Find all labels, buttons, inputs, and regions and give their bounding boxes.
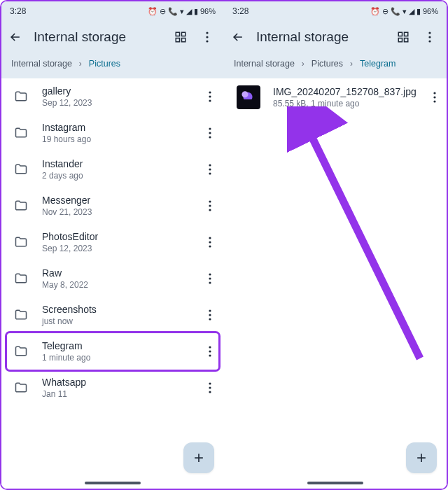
folder-row[interactable]: MessengerNov 21, 2023 xyxy=(1,188,224,224)
svg-point-19 xyxy=(209,237,211,239)
folder-name: Instander xyxy=(42,158,189,169)
signal-icon: ◢ xyxy=(409,7,414,16)
svg-point-24 xyxy=(209,281,211,284)
svg-point-29 xyxy=(209,350,211,352)
folder-name: Screenshots xyxy=(42,304,189,315)
view-grid-icon[interactable] xyxy=(396,30,410,44)
svg-point-17 xyxy=(209,204,211,206)
plus-icon: + xyxy=(416,448,426,468)
svg-point-25 xyxy=(209,309,211,312)
row-text: IMG_20240207_152708_837.jpg85.55 kB, 1 m… xyxy=(273,86,416,108)
folder-list: gallerySep 12, 2023Instagram19 hours ago… xyxy=(1,78,224,489)
folder-row[interactable]: Screenshotsjust now xyxy=(1,297,224,333)
overflow-menu-icon[interactable] xyxy=(423,30,437,44)
breadcrumb: Internal storage › Pictures › Telegram xyxy=(224,53,447,78)
row-more-icon[interactable] xyxy=(202,309,218,321)
folder-icon xyxy=(14,271,29,286)
row-more-icon[interactable] xyxy=(202,164,218,175)
nav-handle[interactable] xyxy=(307,482,363,484)
row-more-icon[interactable] xyxy=(202,237,218,248)
call-icon: 📞 xyxy=(168,7,178,16)
folder-name: Telegram xyxy=(42,340,189,351)
folder-subtitle: Nov 21, 2023 xyxy=(42,207,189,217)
folder-row[interactable]: Telegram1 minute ago xyxy=(7,333,218,370)
folder-subtitle: 1 minute ago xyxy=(42,353,189,363)
svg-point-33 xyxy=(209,391,211,393)
file-subtitle: 85.55 kB, 1 minute ago xyxy=(273,99,416,108)
fab-add-button[interactable]: + xyxy=(406,442,437,473)
battery-icon: ▮ xyxy=(194,7,198,16)
folder-subtitle: Sep 12, 2023 xyxy=(42,244,189,253)
svg-point-7 xyxy=(209,91,211,93)
crumb-current[interactable]: Telegram xyxy=(360,59,396,69)
row-more-icon[interactable] xyxy=(202,346,218,357)
file-row[interactable]: IMG_20240207_152708_837.jpg85.55 kB, 1 m… xyxy=(224,78,447,116)
crumb-pictures[interactable]: Pictures xyxy=(312,59,343,69)
svg-point-22 xyxy=(209,273,211,275)
folder-row[interactable]: Instander2 days ago xyxy=(1,151,224,188)
svg-point-42 xyxy=(434,96,436,98)
status-time: 3:28 xyxy=(10,6,26,16)
row-text: WhatsappJan 11 xyxy=(42,377,189,399)
wifi-icon: ▾ xyxy=(180,7,184,16)
folder-row[interactable]: Instagram19 hours ago xyxy=(1,115,224,151)
crumb-current[interactable]: Pictures xyxy=(89,59,120,69)
status-right: ⏰ ⊖ 📞 ▾ ◢ ▮ 96% xyxy=(370,7,438,16)
fab-add-button[interactable]: + xyxy=(183,442,214,473)
row-more-icon[interactable] xyxy=(202,127,218,139)
page-title: Internal storage xyxy=(34,29,162,45)
nav-handle[interactable] xyxy=(85,482,141,484)
file-name: IMG_20240207_152708_837.jpg xyxy=(273,86,416,97)
file-list: IMG_20240207_152708_837.jpg85.55 kB, 1 m… xyxy=(224,78,447,489)
folder-row[interactable]: PhotosEditorSep 12, 2023 xyxy=(1,224,224,260)
battery-percent: 96% xyxy=(423,7,438,15)
row-more-icon[interactable] xyxy=(202,91,218,102)
svg-point-14 xyxy=(209,168,211,170)
view-grid-icon[interactable] xyxy=(174,30,188,44)
dnd-icon: ⊖ xyxy=(382,7,388,16)
status-bar: 3:28 ⏰ ⊖ 📞 ▾ ◢ ▮ 96% xyxy=(224,1,447,21)
row-more-icon[interactable] xyxy=(202,273,218,284)
breadcrumb: Internal storage › Pictures xyxy=(1,53,224,78)
folder-icon xyxy=(14,234,29,250)
folder-name: Whatsapp xyxy=(42,377,189,388)
folder-subtitle: just now xyxy=(42,316,189,326)
folder-icon xyxy=(14,125,29,141)
folder-icon xyxy=(14,307,29,323)
dnd-icon: ⊖ xyxy=(160,7,166,16)
row-text: Instander2 days ago xyxy=(42,158,189,181)
row-more-icon[interactable] xyxy=(429,92,441,103)
overflow-menu-icon[interactable] xyxy=(200,30,214,44)
folder-row[interactable]: gallerySep 12, 2023 xyxy=(1,78,224,115)
row-more-icon[interactable] xyxy=(202,382,218,393)
back-icon[interactable] xyxy=(8,30,22,44)
row-text: Instagram19 hours ago xyxy=(42,122,189,144)
chevron-right-icon: › xyxy=(350,59,353,69)
crumb-root[interactable]: Internal storage xyxy=(234,59,295,69)
back-icon[interactable] xyxy=(231,30,245,44)
svg-point-39 xyxy=(428,36,430,38)
plus-icon: + xyxy=(194,448,204,468)
svg-point-41 xyxy=(434,92,436,94)
row-more-icon[interactable] xyxy=(202,200,218,211)
folder-row[interactable]: WhatsappJan 11 xyxy=(1,370,224,406)
folder-name: PhotosEditor xyxy=(42,231,189,242)
svg-point-30 xyxy=(209,354,211,356)
folder-subtitle: May 8, 2022 xyxy=(42,280,189,290)
svg-point-40 xyxy=(428,40,430,42)
status-time: 3:28 xyxy=(232,6,248,16)
svg-rect-37 xyxy=(405,38,408,42)
row-text: PhotosEditorSep 12, 2023 xyxy=(42,231,189,253)
chevron-right-icon: › xyxy=(79,59,82,69)
svg-rect-35 xyxy=(405,32,408,36)
battery-percent: 96% xyxy=(200,7,216,15)
folder-row[interactable]: RawMay 8, 2022 xyxy=(1,260,224,297)
svg-point-9 xyxy=(209,99,211,102)
crumb-root[interactable]: Internal storage xyxy=(11,59,72,69)
svg-rect-0 xyxy=(176,32,179,36)
svg-point-28 xyxy=(209,346,211,348)
chevron-right-icon: › xyxy=(302,59,304,69)
folder-name: Raw xyxy=(42,267,189,279)
status-bar: 3:28 ⏰ ⊖ 📞 ▾ ◢ ▮ 96% xyxy=(1,1,224,21)
svg-point-10 xyxy=(209,127,211,130)
